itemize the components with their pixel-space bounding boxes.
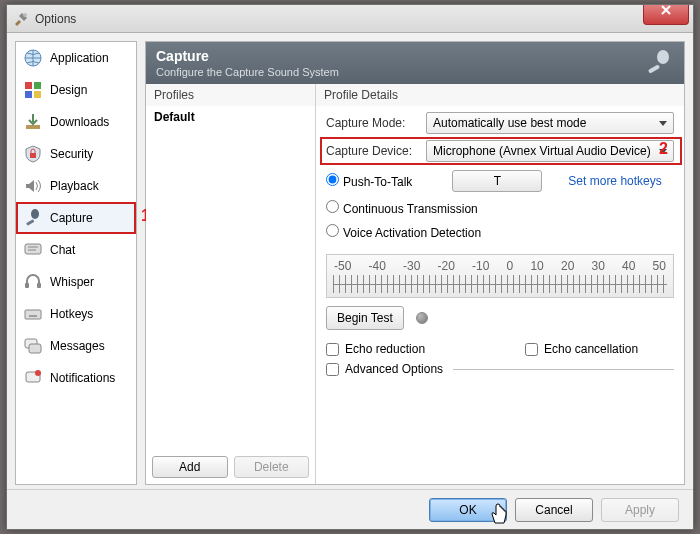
dialog-footer: OK Cancel Apply	[7, 489, 693, 529]
delete-profile-button[interactable]: Delete	[234, 456, 310, 478]
details-column: Profile Details Capture Mode: Automatica…	[316, 84, 684, 484]
svg-rect-6	[26, 125, 40, 129]
advanced-options-group: Advanced Options	[326, 362, 674, 376]
options-window: Options Application Design Downloads Sec…	[6, 4, 694, 530]
pane-header: Capture Configure the Capture Sound Syst…	[146, 42, 684, 84]
pane-body: Profiles Default Add Delete Profile Deta…	[146, 84, 684, 484]
begin-test-row: Begin Test	[326, 306, 674, 330]
apply-button[interactable]: Apply	[601, 498, 679, 522]
sidebar-item-label: Playback	[50, 179, 99, 193]
microphone-large-icon	[644, 48, 674, 78]
window-title: Options	[35, 12, 76, 26]
close-button[interactable]	[643, 5, 689, 25]
vad-row: Voice Activation Detection	[326, 224, 674, 240]
sidebar-item-label: Application	[50, 51, 109, 65]
shield-icon	[22, 143, 44, 165]
messages-icon	[22, 335, 44, 357]
sidebar-item-chat[interactable]: Chat	[16, 234, 136, 266]
echo-reduction-checkbox[interactable]: Echo reduction	[326, 342, 425, 356]
capture-device-label: Capture Device:	[326, 144, 418, 158]
level-led-icon	[416, 312, 428, 324]
profile-item[interactable]: Default	[146, 106, 315, 128]
add-profile-button[interactable]: Add	[152, 456, 228, 478]
svg-point-0	[23, 13, 27, 17]
svg-rect-7	[30, 153, 36, 158]
ptt-radio-input[interactable]	[326, 173, 339, 186]
sidebar-item-security[interactable]: Security	[16, 138, 136, 170]
globe-icon	[22, 47, 44, 69]
svg-rect-11	[25, 283, 29, 288]
vad-radio[interactable]: Voice Activation Detection	[326, 224, 481, 240]
sidebar-item-label: Whisper	[50, 275, 94, 289]
sidebar-item-playback[interactable]: Playback	[16, 170, 136, 202]
svg-point-17	[35, 370, 41, 376]
sidebar-item-label: Downloads	[50, 115, 109, 129]
sidebar-item-label: Notifications	[50, 371, 115, 385]
profiles-column: Profiles Default Add Delete	[146, 84, 316, 484]
ct-row: Continuous Transmission	[326, 200, 674, 216]
sidebar-item-label: Design	[50, 83, 87, 97]
svg-point-18	[657, 50, 669, 64]
titlebar[interactable]: Options	[7, 5, 693, 33]
level-scale[interactable]: -50 -40 -30 -20 -10 0 10 20 30 40 50	[326, 254, 674, 298]
svg-point-8	[31, 209, 39, 219]
svg-rect-5	[34, 91, 41, 98]
set-hotkeys-link[interactable]: Set more hotkeys	[568, 174, 661, 188]
svg-rect-10	[25, 244, 41, 254]
echo-row: Echo reduction Echo cancellation	[326, 342, 674, 356]
sidebar-item-label: Security	[50, 147, 93, 161]
svg-rect-13	[25, 310, 41, 319]
sidebar-item-messages[interactable]: Messages	[16, 330, 136, 362]
echo-cancel-checkbox[interactable]: Echo cancellation	[525, 342, 638, 356]
sidebar-item-label: Capture	[50, 211, 93, 225]
sidebar-item-label: Messages	[50, 339, 105, 353]
divider	[453, 369, 674, 370]
chevron-down-icon	[659, 149, 667, 154]
capture-device-value: Microphone (Avnex Virtual Audio Device)	[433, 144, 651, 158]
profiles-heading: Profiles	[146, 84, 315, 106]
ptt-row: Push-To-Talk T Set more hotkeys	[326, 170, 674, 192]
svg-rect-4	[25, 91, 32, 98]
svg-rect-12	[37, 283, 41, 288]
microphone-icon	[22, 207, 44, 229]
download-icon	[22, 111, 44, 133]
ok-button[interactable]: OK	[429, 498, 507, 522]
sidebar-item-label: Hotkeys	[50, 307, 93, 321]
pane-subtitle: Configure the Capture Sound System	[156, 66, 674, 78]
ptt-hotkey-button[interactable]: T	[452, 170, 542, 192]
headset-icon	[22, 271, 44, 293]
svg-rect-9	[26, 219, 34, 226]
sidebar-item-design[interactable]: Design	[16, 74, 136, 106]
sidebar-item-downloads[interactable]: Downloads	[16, 106, 136, 138]
capture-mode-select[interactable]: Automatically use best mode	[426, 112, 674, 134]
sidebar-item-label: Chat	[50, 243, 75, 257]
svg-rect-3	[34, 82, 41, 89]
profile-buttons: Add Delete	[146, 450, 315, 484]
ct-radio[interactable]: Continuous Transmission	[326, 200, 478, 216]
svg-rect-15	[29, 344, 41, 353]
ct-radio-input[interactable]	[326, 200, 339, 213]
advanced-options-checkbox[interactable]: Advanced Options	[326, 362, 443, 376]
capture-mode-label: Capture Mode:	[326, 116, 418, 130]
cancel-button[interactable]: Cancel	[515, 498, 593, 522]
sidebar: Application Design Downloads Security Pl…	[15, 41, 137, 485]
sidebar-item-whisper[interactable]: Whisper	[16, 266, 136, 298]
pane-title: Capture	[156, 48, 674, 64]
capture-mode-value: Automatically use best mode	[433, 116, 586, 130]
begin-test-button[interactable]: Begin Test	[326, 306, 404, 330]
capture-device-select[interactable]: Microphone (Avnex Virtual Audio Device)	[426, 140, 674, 162]
profile-list[interactable]: Default	[146, 106, 315, 450]
ptt-radio[interactable]: Push-To-Talk	[326, 173, 412, 189]
chat-icon	[22, 239, 44, 261]
sidebar-item-capture[interactable]: Capture 1	[16, 202, 136, 234]
sidebar-item-application[interactable]: Application	[16, 42, 136, 74]
notification-icon	[22, 367, 44, 389]
scale-ticks: -50 -40 -30 -20 -10 0 10 20 30 40 50	[333, 259, 667, 293]
sidebar-item-hotkeys[interactable]: Hotkeys	[16, 298, 136, 330]
sidebar-item-notifications[interactable]: Notifications	[16, 362, 136, 394]
vad-radio-input[interactable]	[326, 224, 339, 237]
chevron-down-icon	[659, 121, 667, 126]
svg-rect-19	[648, 64, 660, 73]
capture-device-row: Capture Device: Microphone (Avnex Virtua…	[326, 140, 674, 162]
palette-icon	[22, 79, 44, 101]
